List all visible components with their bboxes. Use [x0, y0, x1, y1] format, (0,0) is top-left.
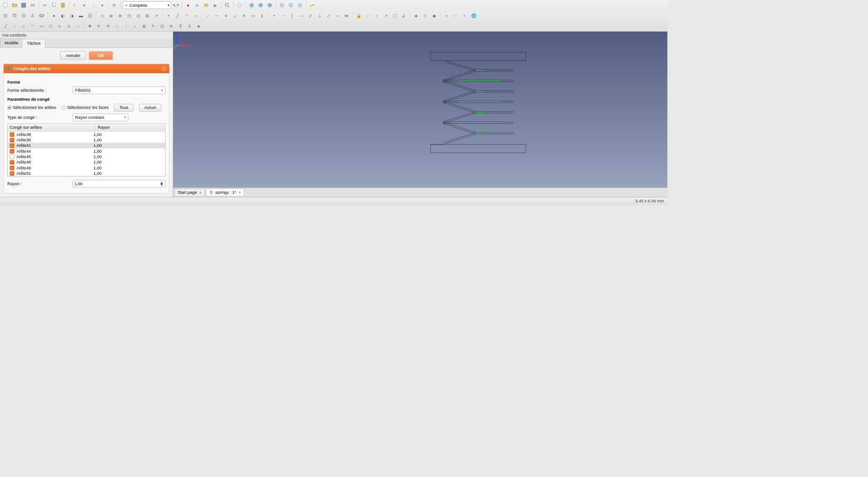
radio-edges[interactable]: Sélectionnez les arêtes — [7, 105, 56, 110]
table-row[interactable]: ✓Arête381,00 — [8, 131, 165, 137]
view-left-icon[interactable] — [296, 1, 304, 9]
spinner-buttons[interactable]: ▲▼ — [160, 181, 164, 186]
draft-text-icon[interactable]: A — [65, 22, 73, 30]
rayon-input[interactable] — [75, 181, 160, 186]
table-row[interactable]: ✓Arête491,00 — [8, 165, 165, 170]
constraint-lock-icon[interactable]: 🔒 — [354, 11, 363, 19]
part-revolve-icon[interactable] — [86, 11, 94, 19]
axonometric-icon[interactable] — [236, 1, 244, 9]
close-icon[interactable]: × — [162, 66, 167, 71]
fit-all-icon[interactable] — [223, 1, 231, 9]
table-row[interactable]: Arête451,00 — [8, 154, 165, 159]
tool-icon[interactable]: ⊥ — [231, 11, 239, 19]
whats-this-icon[interactable]: ↖? — [172, 1, 180, 9]
constraint-symmetric-icon[interactable]: ⋈ — [342, 11, 350, 19]
draft-bspline-icon[interactable]: ∿ — [56, 22, 64, 30]
checkbox[interactable]: ✓ — [10, 138, 14, 142]
checkbox[interactable]: ✓ — [10, 132, 14, 137]
checkbox[interactable]: ✓ — [10, 149, 14, 154]
task-header[interactable]: Congés des arêtes × — [4, 64, 170, 73]
draft-arc-icon[interactable]: ◠ — [183, 11, 191, 19]
draft-move-icon[interactable]: ✥ — [86, 22, 94, 30]
tool-icon[interactable]: ⊞ — [143, 11, 151, 19]
table-row[interactable]: ✓Arête411,00 — [8, 143, 165, 148]
table-row[interactable]: ✓Arête441,00 — [8, 148, 165, 154]
constraint-icon[interactable]: ⫽ — [306, 11, 314, 19]
tool-icon[interactable]: ⊼ — [176, 22, 184, 30]
constraint-distance-icon[interactable]: ↔ — [363, 11, 372, 19]
part-cylinder-icon[interactable] — [10, 11, 19, 19]
draft-polygon-icon[interactable]: ⬡ — [47, 22, 55, 30]
tool-icon[interactable]: ▭ — [249, 11, 257, 19]
constraint-parallel-icon[interactable]: ― — [297, 11, 305, 19]
checkbox[interactable]: ✓ — [10, 165, 14, 170]
draft-offset-icon[interactable]: ⟲ — [104, 22, 112, 30]
draft-scale-icon[interactable]: ⊞ — [140, 22, 148, 30]
checkbox[interactable] — [10, 154, 14, 159]
tool-icon[interactable]: ⟋ — [204, 11, 212, 19]
save-icon[interactable] — [19, 1, 28, 9]
print-icon[interactable] — [28, 1, 37, 9]
part-torus-icon[interactable] — [38, 11, 46, 19]
tool-icon[interactable]: ⫿ — [258, 11, 266, 19]
draft-trimex-icon[interactable]: ↔ — [113, 22, 121, 30]
tool-icon[interactable]: ◰ — [134, 11, 142, 19]
doc-tab-springy[interactable]: ⚙ springy : 1* ✕ — [206, 189, 244, 196]
view-rear-icon[interactable] — [278, 1, 286, 9]
new-file-icon[interactable] — [1, 1, 9, 9]
part-primitive-icon[interactable]: ◐ — [59, 11, 67, 19]
none-button[interactable]: Aucun — [139, 104, 161, 112]
checkbox[interactable]: ✓ — [10, 171, 14, 176]
tab-model[interactable]: Modèle — [0, 38, 23, 47]
constraint-angle-icon[interactable]: ∠ — [400, 11, 408, 19]
constraint-horizontal-icon[interactable]: │ — [288, 11, 297, 19]
constraint-radius-icon[interactable]: ◯ — [391, 11, 399, 19]
close-icon[interactable]: ✕ — [199, 191, 202, 194]
refresh-icon[interactable]: ⟳ — [110, 1, 118, 9]
part-cone-icon[interactable] — [28, 11, 37, 19]
all-button[interactable]: Tous — [114, 104, 134, 112]
tab-tasks[interactable]: Tâches — [22, 39, 45, 48]
undo-dropdown-icon[interactable]: ▾ — [80, 1, 88, 9]
draft-line-icon[interactable]: ╱ — [1, 22, 9, 30]
tool-icon[interactable]: ⊻ — [185, 22, 193, 30]
draft-circle-icon[interactable]: ○ — [19, 22, 28, 30]
constraint-disty-icon[interactable]: ↗ — [382, 11, 390, 19]
view-front-icon[interactable] — [248, 1, 256, 9]
more-icon[interactable]: » — [442, 11, 450, 19]
draft-edit-icon[interactable]: ✎ — [149, 22, 157, 30]
fillet-type-select[interactable]: Rayon constant ▾ — [73, 113, 128, 121]
cancel-button[interactable]: Annuler — [60, 51, 86, 60]
redo-icon[interactable] — [89, 1, 97, 9]
3d-viewport[interactable]: x z y — [173, 32, 668, 187]
draft-rotate-icon[interactable]: ↻ — [95, 22, 103, 30]
close-icon[interactable]: ✕ — [238, 191, 241, 194]
constraint-distx-icon[interactable]: ↕ — [373, 11, 381, 19]
measure-icon[interactable] — [308, 1, 316, 9]
constraint-vertical-icon[interactable]: ⌐ — [279, 11, 288, 19]
draft-upgrade-icon[interactable]: ↑ — [122, 22, 130, 30]
web-icon[interactable]: 🌐 — [469, 11, 477, 19]
macros-icon[interactable] — [202, 1, 210, 9]
edge-table-body[interactable]: ✓Arête381,00✓Arête391,00✓Arête411,00✓Arê… — [8, 131, 165, 176]
tool-icon[interactable]: ✕ — [240, 11, 248, 19]
record-macro-icon[interactable]: ● — [184, 1, 192, 9]
tool-icon[interactable]: ◇ — [421, 11, 429, 19]
view-right-icon[interactable] — [266, 1, 274, 9]
view-top-icon[interactable] — [257, 1, 265, 9]
open-file-icon[interactable] — [10, 1, 19, 9]
draft-arc-icon[interactable]: ◠ — [28, 22, 37, 30]
part-box-icon[interactable] — [1, 11, 9, 19]
part-extrude-icon[interactable]: ▬ — [77, 11, 85, 19]
tool-icon[interactable]: ◇ — [98, 11, 106, 19]
draft-rectangle-icon[interactable]: ▭ — [38, 22, 46, 30]
tool-icon[interactable]: ◈ — [194, 22, 203, 30]
redo-dropdown-icon[interactable]: ▾ — [98, 1, 106, 9]
checkbox[interactable]: ✓ — [10, 143, 14, 148]
draft-point-icon[interactable]: • — [165, 11, 173, 19]
table-row[interactable]: ✓Arête511,00 — [8, 171, 165, 176]
rayon-spinner[interactable]: ▲▼ — [73, 180, 165, 187]
table-row[interactable]: ✓Arête391,00 — [8, 137, 165, 143]
constraint-perpendicular-icon[interactable]: ⊥ — [315, 11, 323, 19]
draft-wire-icon[interactable]: ⟋ — [10, 22, 19, 30]
